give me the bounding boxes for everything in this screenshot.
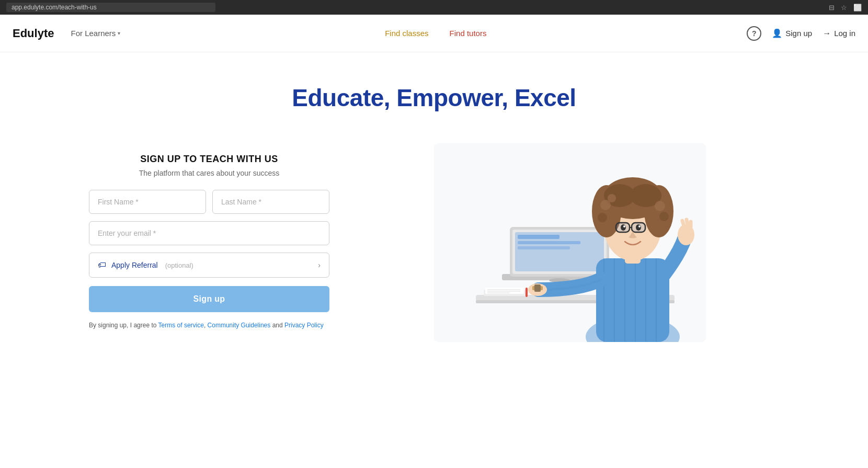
svg-rect-52 (526, 288, 528, 297)
terms-separator: , (204, 322, 208, 329)
navbar-center-links: Find classes Find tutors (124, 27, 747, 40)
svg-line-42 (682, 221, 684, 226)
find-classes-link[interactable]: Find classes (385, 27, 428, 40)
svg-rect-8 (518, 235, 559, 239)
login-arrow-icon: → (823, 29, 831, 38)
chevron-right-icon: › (318, 261, 321, 269)
main-content: Educate, Empower, Excel SIGN UP TO TEACH… (0, 52, 868, 468)
referral-left: 🏷 Apply Referral (optional) (98, 260, 193, 270)
svg-point-38 (623, 225, 625, 227)
signup-nav-button[interactable]: 👤 Sign up (772, 28, 812, 38)
referral-optional: (optional) (165, 261, 193, 269)
svg-line-43 (687, 220, 688, 225)
person-with-laptop-svg (434, 143, 706, 342)
navbar-right: ? 👤 Sign up → Log in (747, 26, 855, 41)
tag-icon: 🏷 (98, 260, 106, 270)
terms-and: and (270, 322, 284, 329)
svg-point-27 (608, 194, 616, 202)
terms-text: By signing up, I agree to Terms of servi… (89, 321, 329, 330)
browser-chrome: app.edulyte.com/teach-with-us ⊟ ☆ ⬜ (0, 0, 868, 15)
privacy-policy-link[interactable]: Privacy Policy (284, 322, 324, 329)
hero-title: Educate, Empower, Excel (292, 84, 576, 112)
last-name-input[interactable] (212, 190, 329, 214)
star-icon: ☆ (841, 4, 847, 12)
svg-rect-46 (534, 284, 541, 292)
help-icon-button[interactable]: ? (747, 26, 761, 41)
for-learners-label: For Learners (71, 29, 116, 38)
svg-rect-10 (518, 246, 570, 249)
first-name-input[interactable] (89, 190, 206, 214)
navbar: Edulyte For Learners ▾ Find classes Find… (0, 15, 868, 52)
svg-point-37 (636, 224, 641, 231)
find-tutors-link[interactable]: Find tutors (450, 27, 487, 40)
svg-point-39 (638, 225, 641, 227)
cast-icon: ⊟ (829, 4, 835, 12)
terms-prefix: By signing up, I agree to (89, 322, 158, 329)
url-bar[interactable]: app.edulyte.com/teach-with-us (6, 3, 215, 12)
form-heading: SIGN UP TO TEACH WITH US (89, 154, 329, 165)
login-nav-button[interactable]: → Log in (823, 29, 855, 38)
browser-toolbar-icons: ⊟ ☆ ⬜ (829, 4, 862, 12)
signup-submit-button[interactable]: Sign up (89, 286, 329, 312)
person-add-icon: 👤 (772, 28, 782, 38)
referral-row[interactable]: 🏷 Apply Referral (optional) › (89, 253, 329, 278)
person-illustration (434, 143, 706, 342)
content-area: SIGN UP TO TEACH WITH US The platform th… (68, 143, 800, 342)
svg-point-28 (598, 213, 607, 222)
email-row (89, 221, 329, 245)
chevron-down-icon: ▾ (118, 30, 120, 36)
for-learners-dropdown[interactable]: For Learners ▾ (66, 27, 124, 40)
signup-form-section: SIGN UP TO TEACH WITH US The platform th… (89, 143, 329, 341)
email-input[interactable] (89, 221, 329, 245)
community-guidelines-link[interactable]: Community Guidelines (208, 322, 271, 329)
logo[interactable]: Edulyte (13, 27, 54, 40)
svg-point-36 (621, 224, 626, 231)
svg-rect-9 (518, 241, 580, 244)
form-subheading: The platform that cares about your succe… (89, 169, 329, 177)
hero-image-section (329, 143, 779, 342)
svg-point-29 (655, 201, 665, 211)
svg-point-30 (659, 212, 669, 221)
referral-label: Apply Referral (111, 261, 158, 269)
name-row (89, 190, 329, 214)
maximize-icon: ⬜ (853, 4, 862, 12)
terms-of-service-link[interactable]: Terms of service (158, 322, 204, 329)
login-nav-label: Log in (834, 29, 855, 38)
signup-nav-label: Sign up (785, 29, 812, 38)
